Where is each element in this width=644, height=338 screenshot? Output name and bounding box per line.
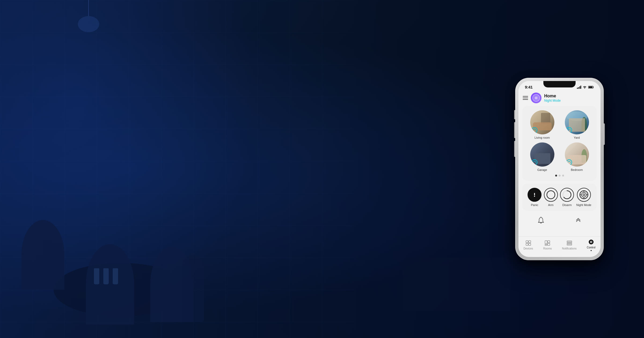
svg-rect-21 [545,241,547,244]
home-title: Home [544,93,561,98]
arm-button[interactable]: Arm [544,188,558,207]
svg-point-3 [536,97,537,99]
exclamation-icon [532,192,537,198]
svg-point-6 [534,196,535,197]
svg-point-7 [547,191,555,199]
svg-rect-17 [526,241,528,243]
svg-rect-25 [567,241,572,242]
notifications-tab-label: Notifications [562,247,576,250]
devices-tab-label: Devices [524,247,533,250]
dot-2[interactable] [559,175,561,177]
svg-rect-23 [548,243,550,245]
tab-bar: Devices Rooms [518,236,601,257]
rooms-grid: Living room [526,110,592,171]
room-thumb-yard [565,110,589,134]
rooms-card: Living room [522,106,597,181]
volume-up-button [514,122,515,138]
status-time: 9:41 [525,85,533,89]
app-header: Home Night Mode [518,90,601,106]
arm-icon-wrap [544,188,558,202]
joystick-icon [588,239,594,245]
phone-frame: 9:41 [515,78,604,260]
toggle-arc [567,128,571,132]
yard-toggle[interactable] [566,127,572,133]
room-item-yard[interactable]: Yard [561,110,592,139]
svg-rect-27 [567,244,572,245]
room-item-garage[interactable]: Garage [526,142,558,171]
toggle-arc [533,160,536,164]
battery-icon [588,86,594,89]
wifi-icon [583,86,587,89]
svg-point-30 [591,241,592,243]
volume-down-button [514,141,515,157]
phone-notch [543,81,576,87]
tab-rooms[interactable]: Rooms [541,239,554,251]
night-mode-label: Night Mode [576,203,591,207]
home-info: Home Night Mode [531,93,561,103]
scroll-up-button[interactable] [573,215,584,226]
status-icons [577,86,594,89]
bedroom-label: Bedroom [571,168,583,171]
living-room-toggle[interactable] [532,127,537,133]
svg-point-0 [584,88,585,88]
svg-rect-19 [526,243,528,245]
phone-screen: 9:41 [518,81,601,257]
room-item-bedroom[interactable]: Bedroom [561,142,592,171]
night-mode-icon-wrap [577,188,591,202]
furniture-group [0,135,419,338]
night-mode-target-icon [579,190,588,199]
control-card: Panic Arm [522,183,597,211]
grid-icon [525,240,531,246]
dot-1[interactable] [555,175,557,177]
svg-rect-22 [548,241,550,243]
svg-rect-26 [567,243,572,244]
svg-rect-2 [589,86,592,88]
home-mode-label: Night Mode [544,99,561,102]
bedroom-toggle[interactable] [566,159,572,165]
control-tab-label: Control [587,246,595,249]
avatar-settings-icon [534,96,538,100]
devices-tab-icon-wrap [525,240,532,246]
svg-rect-20 [529,243,531,245]
room-thumb-bedroom [565,142,589,167]
tab-notifications[interactable]: Notifications [560,239,579,251]
menu-line-2 [523,98,528,98]
active-tab-indicator [591,250,592,251]
dot-3[interactable] [562,175,564,177]
power-button [604,123,605,145]
svg-point-11 [583,194,585,196]
control-tab-icon-wrap [588,239,594,245]
toggle-arc [533,128,536,132]
panic-button[interactable]: Panic [528,188,541,207]
chair-2 [86,244,134,325]
room-thumb-living-room [530,110,554,134]
disarm-arc-icon [562,190,572,199]
room-item-living-room[interactable]: Living room [526,110,558,139]
tab-control[interactable]: Control [585,238,598,252]
disarm-button[interactable]: Disarm [560,188,574,207]
living-wall-decor [541,113,550,124]
living-room-label: Living room [535,136,550,139]
panic-icon-wrap [528,188,541,202]
svg-point-16 [540,217,541,218]
garage-label: Garage [537,168,547,171]
svg-rect-24 [545,244,547,245]
room-thumb-garage [530,142,554,167]
rooms-tab-label: Rooms [543,247,552,250]
double-chevron-up-icon [575,217,581,224]
menu-button[interactable] [523,96,528,100]
night-mode-button[interactable]: Night Mode [576,188,591,207]
quick-actions-row [522,214,597,227]
control-buttons-group: Panic Arm [526,188,592,207]
plant [182,255,204,322]
home-avatar[interactable] [531,93,541,103]
notification-bell-button[interactable] [536,215,546,226]
garage-toggle[interactable] [532,159,537,165]
menu-line-1 [523,96,528,97]
sofa [402,258,510,311]
tab-devices[interactable]: Devices [521,239,535,251]
arm-circle-icon [546,190,555,199]
arm-label: Arm [548,203,554,207]
svg-rect-5 [534,193,535,195]
list-icon [566,240,572,246]
